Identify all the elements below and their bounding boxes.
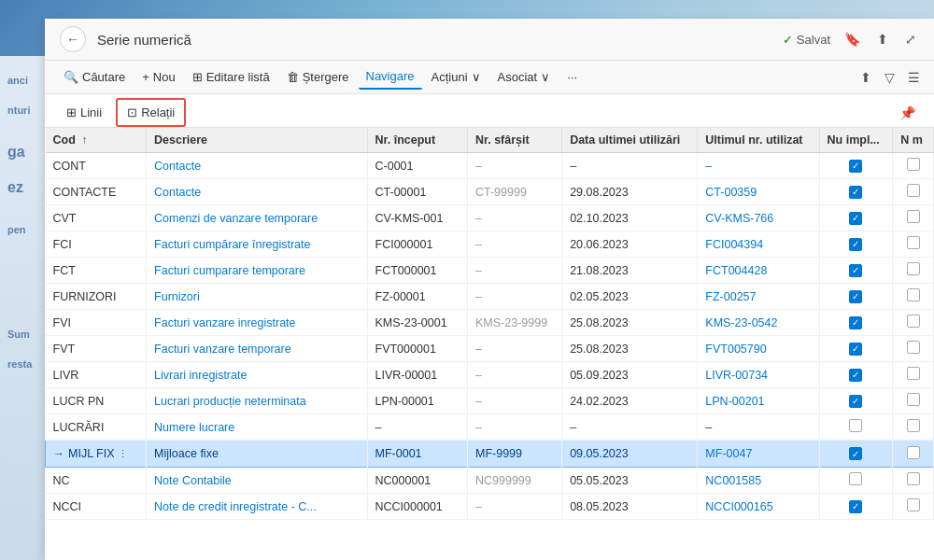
checkbox-nm[interactable] xyxy=(907,472,920,485)
checkbox-num-impl[interactable]: ✓ xyxy=(849,395,862,408)
ultimul-nr-link[interactable]: CT-00359 xyxy=(705,186,757,199)
table-row[interactable]: FURNIZORIFurnizoriFZ-00001–02.05.2023FZ-… xyxy=(46,284,934,310)
cell-ultimul-nr: MF-0047 xyxy=(698,441,819,468)
table-row[interactable]: CONTACTEContacteCT-00001CT-9999929.08.20… xyxy=(46,179,934,205)
cell-cod: CVT xyxy=(46,205,147,231)
sidebar-text-1: anci xyxy=(7,75,28,86)
pin-button[interactable]: 📌 xyxy=(892,102,923,124)
share-button[interactable]: ⬆ xyxy=(874,29,891,49)
header-nr-sfarsit[interactable]: Nr. sfârșit xyxy=(467,128,561,153)
checkbox-num-impl[interactable]: ✓ xyxy=(849,264,862,277)
table-row[interactable]: LUCR PNLucrari producție neterminataLPN-… xyxy=(46,388,934,414)
edit-list-button[interactable]: ⊞ Editare listă xyxy=(185,65,277,89)
expand-button[interactable]: ⤢ xyxy=(902,29,919,49)
actions-button[interactable]: Acțiuni ∨ xyxy=(424,65,488,89)
checkbox-nm[interactable] xyxy=(907,236,920,249)
search-button[interactable]: 🔍 Căutare xyxy=(56,65,133,89)
associate-button[interactable]: Asociat ∨ xyxy=(490,65,559,89)
list-view-button[interactable]: ☰ xyxy=(905,67,923,88)
checkbox-num-impl[interactable]: ✓ xyxy=(849,500,862,513)
checkbox-nm[interactable] xyxy=(907,158,920,171)
checkbox-nm[interactable] xyxy=(907,315,920,328)
ultimul-nr-link[interactable]: LIVR-00734 xyxy=(705,369,768,382)
table-row[interactable]: CVTComenzi de vanzare temporareCV-KMS-00… xyxy=(46,205,934,231)
checkbox-nm[interactable] xyxy=(907,498,920,511)
table-row[interactable]: → MIJL FIX ⋮Mijloace fixeMF-0001MF-99990… xyxy=(46,441,934,468)
navigate-button[interactable]: Navigare xyxy=(359,64,422,90)
ultimul-nr-link[interactable]: NC001585 xyxy=(705,474,761,487)
checkbox-nm[interactable] xyxy=(907,367,920,380)
checkbox-num-impl[interactable]: ✓ xyxy=(849,160,862,173)
header-descriere[interactable]: Descriere xyxy=(147,128,367,153)
delete-button[interactable]: 🗑 Ștergere xyxy=(279,65,357,89)
plus-icon: + xyxy=(142,70,149,84)
checkbox-num-impl[interactable] xyxy=(849,472,862,485)
table-row[interactable]: FVIFacturi vanzare inregistrateKMS-23-00… xyxy=(46,310,934,336)
cell-num-impl: ✓ xyxy=(819,388,893,414)
header-num-impl[interactable]: Nu impl... xyxy=(819,128,893,153)
table-row[interactable]: CONTContacteC-0001–––✓ xyxy=(46,153,934,179)
checkbox-nm[interactable] xyxy=(907,262,920,275)
title-actions: ✓ Salvat 🔖 ⬆ ⤢ xyxy=(783,29,919,49)
cell-nr-sfarsit: – xyxy=(467,205,561,231)
checkbox-nm[interactable] xyxy=(907,288,920,301)
cod-value: NCCI xyxy=(53,500,82,513)
cell-ultimul-nr: NC001585 xyxy=(698,468,819,494)
header-nm[interactable]: N m xyxy=(893,128,934,153)
checkbox-num-impl[interactable] xyxy=(849,419,862,432)
table-row[interactable]: LIVRLivrari inregistrateLIVR-00001–05.09… xyxy=(46,362,934,388)
back-button[interactable]: ← xyxy=(60,26,86,52)
checkbox-nm[interactable] xyxy=(907,184,920,197)
ultimul-nr-link[interactable]: FCI004394 xyxy=(705,238,763,251)
share-toolbar-button[interactable]: ⬆ xyxy=(857,67,874,88)
ultimul-nr-link[interactable]: MF-0047 xyxy=(705,447,752,460)
filter-button[interactable]: ▽ xyxy=(882,67,898,88)
checkbox-nm[interactable] xyxy=(907,341,920,354)
more-button[interactable]: ··· xyxy=(559,65,585,89)
header-nr-inceput[interactable]: Nr. început xyxy=(367,128,467,153)
ultimul-nr-link[interactable]: FZ-00257 xyxy=(705,290,756,303)
table-row[interactable]: LUCRĂRINumere lucrare–––– xyxy=(46,414,934,441)
ultimul-nr-link[interactable]: NCCI000165 xyxy=(705,500,772,513)
tab-relations[interactable]: ⊡ Relații xyxy=(116,98,186,127)
sidebar-text-5: pen xyxy=(7,224,26,235)
header-data-ultima[interactable]: Data ultimei utilizări xyxy=(562,128,698,153)
ultimul-nr-link[interactable]: CV-KMS-766 xyxy=(705,212,773,225)
table-row[interactable]: NCCINote de credit inregistrate - C...NC… xyxy=(46,494,934,520)
checkbox-nm[interactable] xyxy=(907,393,920,406)
checkbox-num-impl[interactable]: ✓ xyxy=(849,343,862,356)
table-row[interactable]: FCIFacturi cumpărare înregistrateFCI0000… xyxy=(46,231,934,258)
ultimul-nr-link[interactable]: FCT004428 xyxy=(705,264,767,277)
cell-data-ultima: 24.02.2023 xyxy=(562,388,698,414)
checkbox-num-impl[interactable]: ✓ xyxy=(849,290,862,303)
checkbox-num-impl[interactable]: ✓ xyxy=(849,447,862,460)
checkbox-num-impl[interactable]: ✓ xyxy=(849,369,862,382)
checkbox-nm[interactable] xyxy=(907,446,920,459)
cell-num-impl: ✓ xyxy=(819,205,893,231)
checkbox-num-impl[interactable]: ✓ xyxy=(849,186,862,199)
row-context-menu[interactable]: ⋮ xyxy=(115,445,132,462)
new-button[interactable]: + Nou xyxy=(134,65,182,89)
checkbox-num-impl[interactable]: ✓ xyxy=(849,212,862,225)
table-wrapper[interactable]: Cod ↑ Descriere Nr. început Nr. sfârșit xyxy=(45,128,934,560)
bookmark-button[interactable]: 🔖 xyxy=(842,29,863,49)
cell-nr-sfarsit: – xyxy=(467,231,561,258)
tab-lines[interactable]: ⊞ Linii xyxy=(56,99,112,126)
checkbox-nm[interactable] xyxy=(907,210,920,223)
checkbox-num-impl[interactable]: ✓ xyxy=(849,238,862,251)
ultimul-nr-link[interactable]: FVT005790 xyxy=(705,343,766,356)
toolbar: 🔍 Căutare + Nou ⊞ Editare listă 🗑 Șterge… xyxy=(45,61,934,94)
header-ultimul-nr[interactable]: Ultimul nr. utilizat xyxy=(698,128,819,153)
cell-nr-sfarsit: – xyxy=(467,388,561,414)
descriere-value: Facturi vanzare inregistrate xyxy=(154,316,295,329)
header-cod[interactable]: Cod ↑ xyxy=(46,128,147,153)
checkbox-nm[interactable] xyxy=(907,419,920,432)
checkbox-num-impl[interactable]: ✓ xyxy=(849,316,862,329)
sidebar-text-6: Sum xyxy=(7,329,30,340)
table-row[interactable]: NCNote ContabileNC000001NC99999905.05.20… xyxy=(46,468,934,494)
ultimul-nr-link[interactable]: LPN-00201 xyxy=(705,395,764,408)
ultimul-nr-link[interactable]: – xyxy=(705,160,712,173)
table-row[interactable]: FCTFacturi cumparare temporareFCT000001–… xyxy=(46,258,934,284)
table-row[interactable]: FVTFacturi vanzare temporareFVT000001–25… xyxy=(46,336,934,362)
ultimul-nr-link[interactable]: KMS-23-0542 xyxy=(705,316,777,329)
